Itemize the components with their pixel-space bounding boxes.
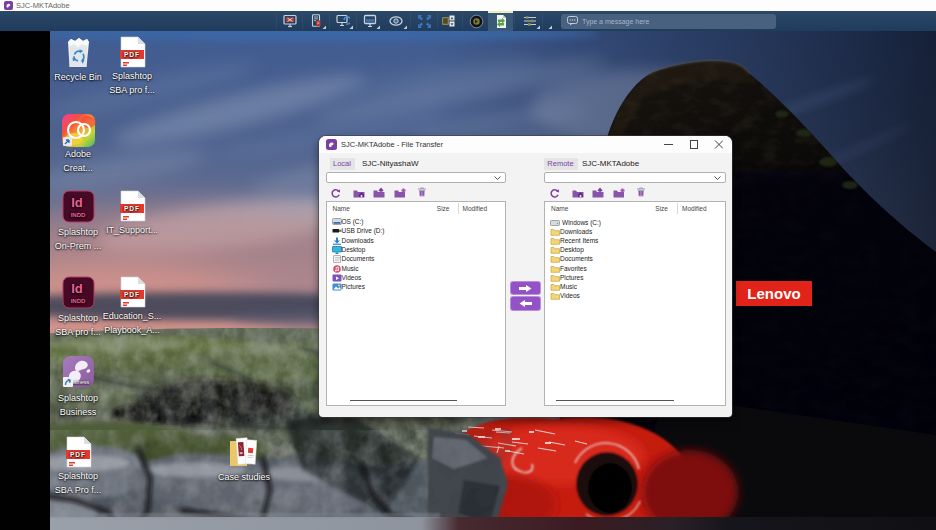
- svg-text:PDF: PDF: [124, 291, 140, 298]
- svg-text:INDD: INDD: [70, 212, 85, 218]
- svg-text:PDF: PDF: [124, 205, 140, 212]
- svg-text:PDF: PDF: [70, 451, 86, 458]
- svg-text:Id: Id: [71, 195, 83, 210]
- svg-text:usiness: usiness: [71, 379, 90, 385]
- svg-text:PDF: PDF: [124, 51, 140, 58]
- svg-text:Lenovo: Lenovo: [747, 285, 800, 302]
- svg-text:INDD: INDD: [70, 298, 85, 304]
- svg-text:Id: Id: [71, 281, 83, 296]
